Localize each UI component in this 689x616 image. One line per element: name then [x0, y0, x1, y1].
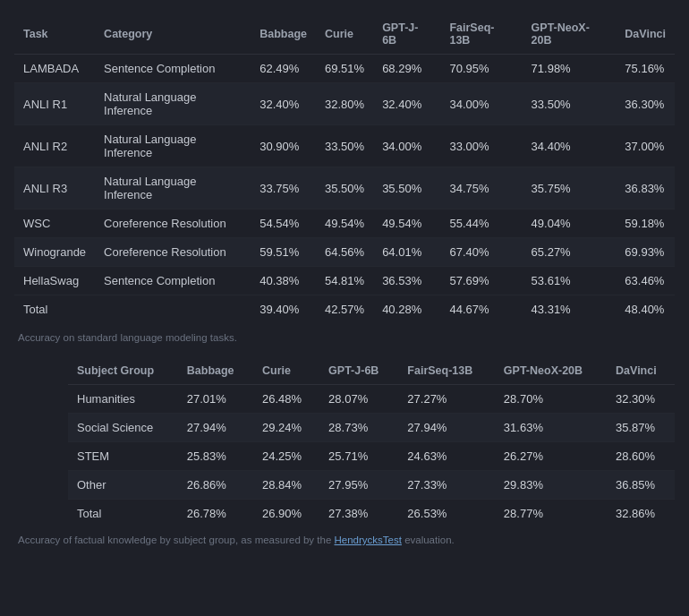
table-cell: 33.50%: [523, 83, 617, 125]
table-cell: 40.38%: [251, 267, 316, 295]
table-cell: 62.49%: [251, 55, 316, 83]
table-cell: Sentence Completion: [95, 55, 251, 83]
table-cell: Winogrande: [14, 238, 95, 267]
table1: Task Category Babbage Curie GPT-J-6B Fai…: [14, 14, 675, 323]
table-cell: 65.27%: [523, 238, 617, 267]
table-cell: 32.40%: [373, 83, 440, 125]
table-cell: 49.54%: [316, 210, 373, 238]
col2-babbage: Babbage: [178, 357, 253, 385]
table1-header-row: Task Category Babbage Curie GPT-J-6B Fai…: [14, 14, 675, 55]
table-row: Total39.40%42.57%40.28%44.67%43.31%48.40…: [14, 295, 675, 324]
table-cell: Natural Language Inference: [95, 167, 251, 210]
table-cell: 26.27%: [495, 442, 607, 471]
table-row: HellaSwagSentence Completion40.38%54.81%…: [14, 267, 675, 295]
col-gptneox: GPT-NeoX-20B: [523, 14, 617, 55]
table-cell: 26.48%: [253, 385, 319, 414]
table-cell: 44.67%: [440, 295, 522, 324]
table-cell: 27.94%: [178, 414, 253, 442]
table-cell: 32.86%: [607, 500, 675, 528]
table-cell: Total: [14, 295, 95, 324]
table-cell: 69.93%: [616, 238, 675, 267]
table-cell: 59.51%: [251, 238, 316, 267]
table-cell: 33.75%: [251, 167, 316, 210]
table-row: LAMBADASentence Completion62.49%69.51%68…: [14, 55, 675, 83]
table-cell: 27.33%: [398, 471, 495, 500]
col-babbage: Babbage: [251, 14, 316, 55]
table-cell: [95, 295, 251, 324]
table1-container: Task Category Babbage Curie GPT-J-6B Fai…: [14, 14, 675, 323]
table-cell: 26.53%: [398, 500, 495, 528]
table-row: Other26.86%28.84%27.95%27.33%29.83%36.85…: [68, 471, 675, 500]
table-row: Humanities27.01%26.48%28.07%27.27%28.70%…: [68, 385, 675, 414]
table-cell: 28.73%: [319, 414, 398, 442]
col-category: Category: [95, 14, 251, 55]
table-cell: ANLI R1: [14, 83, 95, 125]
table-cell: Total: [68, 500, 178, 528]
col-fairseq: FairSeq-13B: [440, 14, 522, 55]
table-cell: 27.38%: [319, 500, 398, 528]
table-cell: 49.54%: [373, 210, 440, 238]
table-cell: 36.53%: [373, 267, 440, 295]
table-cell: Humanities: [68, 385, 178, 414]
table-cell: 34.00%: [373, 125, 440, 167]
table2-container: Subject Group Babbage Curie GPT-J-6B Fai…: [14, 357, 675, 527]
table-cell: 28.60%: [607, 442, 675, 471]
footnote2-post: evaluation.: [402, 535, 455, 545]
table-cell: 24.25%: [253, 442, 319, 471]
table-cell: 75.16%: [616, 55, 675, 83]
table-row: Total26.78%26.90%27.38%26.53%28.77%32.86…: [68, 500, 675, 528]
col2-group: Subject Group: [68, 357, 178, 385]
table-cell: 68.29%: [373, 55, 440, 83]
table-cell: 42.57%: [316, 295, 373, 324]
table-cell: ANLI R2: [14, 125, 95, 167]
table-cell: 30.90%: [251, 125, 316, 167]
table-cell: Coreference Resolution: [95, 238, 251, 267]
table-cell: 34.75%: [440, 167, 522, 210]
table-cell: 27.01%: [178, 385, 253, 414]
col2-gptneox: GPT-NeoX-20B: [495, 357, 607, 385]
table-cell: 71.98%: [523, 55, 617, 83]
table1-footnote: Accuracy on standard language modeling t…: [18, 332, 671, 343]
table-cell: 35.50%: [316, 167, 373, 210]
table-cell: 28.07%: [319, 385, 398, 414]
table-cell: 59.18%: [616, 210, 675, 238]
table2: Subject Group Babbage Curie GPT-J-6B Fai…: [68, 357, 675, 527]
table-cell: 29.83%: [495, 471, 607, 500]
table-cell: 48.40%: [616, 295, 675, 324]
table2-footnote: Accuracy of factual knowledge by subject…: [18, 535, 671, 545]
table-cell: 64.01%: [373, 238, 440, 267]
table-row: STEM25.83%24.25%25.71%24.63%26.27%28.60%: [68, 442, 675, 471]
table-cell: WSC: [14, 210, 95, 238]
table-cell: 37.00%: [616, 125, 675, 167]
table-cell: 35.50%: [373, 167, 440, 210]
table-cell: 67.40%: [440, 238, 522, 267]
table-cell: 28.77%: [495, 500, 607, 528]
table-row: WSCCoreference Resolution54.54%49.54%49.…: [14, 210, 675, 238]
table-cell: 32.30%: [607, 385, 675, 414]
table-row: Social Science27.94%29.24%28.73%27.94%31…: [68, 414, 675, 442]
table-cell: 35.87%: [607, 414, 675, 442]
hendrycks-link[interactable]: HendrycksTest: [335, 535, 402, 545]
table-cell: Natural Language Inference: [95, 83, 251, 125]
col2-fairseq: FairSeq-13B: [398, 357, 495, 385]
table-cell: Sentence Completion: [95, 267, 251, 295]
table-cell: ANLI R3: [14, 167, 95, 210]
col-davinci: DaVinci: [616, 14, 675, 55]
col2-gptj: GPT-J-6B: [319, 357, 398, 385]
table-cell: 32.80%: [316, 83, 373, 125]
table-cell: 34.00%: [440, 83, 522, 125]
table-cell: 54.54%: [251, 210, 316, 238]
table-cell: 63.46%: [616, 267, 675, 295]
table-cell: HellaSwag: [14, 267, 95, 295]
table-cell: 36.83%: [616, 167, 675, 210]
table-cell: 54.81%: [316, 267, 373, 295]
table-cell: 32.40%: [251, 83, 316, 125]
table-cell: 36.30%: [616, 83, 675, 125]
table-row: ANLI R3Natural Language Inference33.75%3…: [14, 167, 675, 210]
table-cell: 64.56%: [316, 238, 373, 267]
table-cell: 25.83%: [178, 442, 253, 471]
table-cell: 39.40%: [251, 295, 316, 324]
col-gptj: GPT-J-6B: [373, 14, 440, 55]
table-cell: 70.95%: [440, 55, 522, 83]
table-cell: 26.86%: [178, 471, 253, 500]
